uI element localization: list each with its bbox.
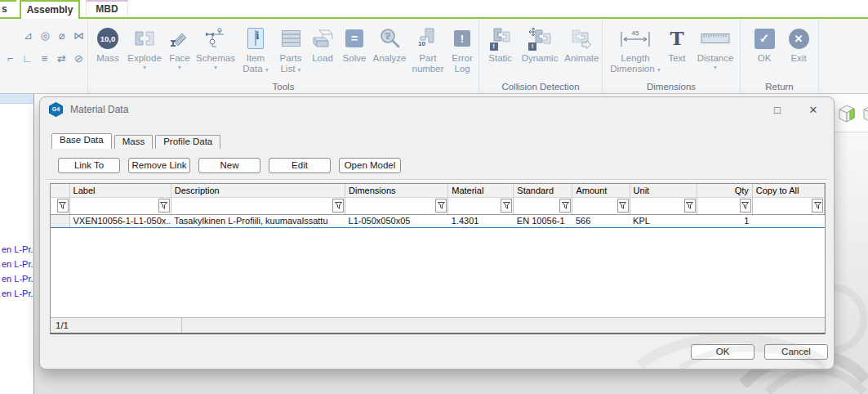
dialog-ok-button[interactable]: OK [691, 344, 754, 360]
filter-cell[interactable] [752, 197, 824, 214]
tree-item[interactable]: en L-Pr. [2, 274, 33, 284]
filter-cell[interactable] [630, 197, 697, 214]
cell-label[interactable]: VXEN10056-1-L1-050x... [69, 214, 171, 227]
col-header-label[interactable]: Label [69, 184, 171, 197]
filter-icon [335, 202, 342, 209]
tab-partial[interactable]: s [0, 0, 16, 17]
cell-unit[interactable]: KPL [630, 214, 697, 227]
quick-constraint-group: ⊿ ◎ ⌀ ⋈ ⌐ ∟ ≡ ⇄ ⊘ [0, 19, 88, 93]
app-window: s Assembly MBD ⊿ ◎ ⌀ ⋈ ⌐ ∟ ≡ ⇄ ⊘ 1 [0, 0, 868, 394]
tab-mbd[interactable]: MBD [86, 0, 128, 17]
edit-button[interactable]: Edit [269, 158, 331, 173]
grid-filter-row [51, 197, 825, 214]
dropdown-icon[interactable]: ▾ [298, 66, 301, 74]
remove-link-button[interactable]: Remove Link [128, 158, 190, 173]
tangent-constraint-icon[interactable]: ⌀ [54, 29, 71, 43]
close-icon[interactable]: ✕ [806, 104, 821, 116]
col-header-amount[interactable]: Amount [572, 184, 630, 197]
grid-empty-area [51, 228, 825, 318]
view-cube-icon[interactable] [837, 103, 857, 124]
dropdown-icon[interactable]: ▾ [214, 64, 217, 73]
tree-item[interactable]: en L-Pr. [2, 259, 33, 269]
col-header-copy-to-all[interactable]: Copy to All [752, 184, 824, 197]
horizontal-constraint-icon[interactable]: ⇄ [53, 51, 70, 66]
tree-item[interactable]: en L-Pr. [2, 244, 33, 254]
open-model-button[interactable]: Open Model [339, 158, 401, 173]
group-label-dimensions: Dimensions [603, 82, 740, 92]
col-header-description[interactable]: Description [171, 184, 345, 197]
grid-row-selected[interactable]: VXEN10056-1-L1-050x... Tasakylkinen L-Pr… [51, 214, 825, 227]
ribbon-group-dimensions: 45 Length Dimension ▾ T Text Distance ▾ … [603, 19, 741, 93]
mass-icon: 10,0 [97, 28, 118, 49]
view-cube-icon-partial[interactable] [861, 103, 868, 124]
dialog-toolbar: Link To Remove Link New Edit Open Model [58, 158, 401, 173]
cell-description[interactable]: Tasakylkinen L-Profiili, kuumavalssattu [171, 214, 345, 227]
dropdown-icon[interactable]: ▾ [143, 64, 146, 73]
maximize-icon[interactable]: □ [770, 104, 785, 116]
dialog-cancel-button[interactable]: Cancel [764, 344, 828, 360]
concentric-constraint-icon[interactable]: ◎ [37, 29, 54, 43]
col-header-dimensions[interactable]: Dimensions [345, 184, 448, 197]
parallel-constraint-icon[interactable]: ≡ [36, 51, 53, 66]
dropdown-icon[interactable]: ▾ [265, 66, 269, 74]
tree-item[interactable]: en L-Pr. [2, 289, 33, 298]
col-header-material[interactable]: Material [448, 184, 514, 197]
tab-assembly[interactable]: Assembly [20, 0, 80, 19]
model-tree-panel: en L-Pr. en L-Pr. en L-Pr. en L-Pr. [0, 94, 34, 394]
cell-material[interactable]: 1.4301 [448, 214, 514, 227]
col-header-standard[interactable]: Standard [514, 184, 572, 197]
row-selector-cell[interactable] [51, 214, 69, 227]
ribbon-group-collision: ! Static ! Dynamic Animate Collision Det… [479, 19, 603, 93]
dialog-titlebar[interactable]: G4 Material Data □ ✕ [40, 97, 834, 122]
col-header-qty[interactable]: Qty [697, 184, 752, 197]
pager-count: 1/1 [56, 320, 69, 330]
perpendicular-constraint-icon[interactable]: ∟ [19, 51, 36, 66]
filter-cell[interactable] [448, 197, 514, 214]
col-header-unit[interactable]: Unit [630, 184, 697, 197]
filter-icon [503, 202, 510, 209]
divider [47, 179, 827, 181]
exit-cross-icon: ✕ [789, 29, 809, 49]
filter-cell[interactable] [69, 197, 171, 214]
cell-amount[interactable]: 566 [572, 214, 630, 227]
filter-icon [814, 202, 821, 209]
dialog-title: Material Data [70, 104, 128, 115]
row-selector-header [51, 184, 69, 197]
tab-mass[interactable]: Mass [114, 135, 153, 149]
dropdown-icon[interactable]: ▾ [657, 66, 661, 74]
cell-dimensions[interactable]: L1-050x050x05 [345, 214, 448, 227]
filter-cell[interactable] [345, 197, 448, 214]
dropdown-icon[interactable]: ▾ [714, 64, 717, 73]
dropdown-icon[interactable]: ▾ [178, 64, 181, 73]
new-button[interactable]: New [198, 158, 260, 173]
solve-icon: = [345, 29, 363, 47]
fix-constraint-icon[interactable]: ⊘ [70, 51, 87, 66]
ribbon-group-return: ✓ OK ✕ Exit Return [741, 19, 819, 93]
filter-icon [160, 202, 167, 209]
tab-base-data[interactable]: Base Data [51, 133, 112, 149]
grid-pager: 1/1 [51, 317, 825, 333]
schemas-icon [204, 28, 227, 49]
tab-profile-data[interactable]: Profile Data [155, 135, 220, 149]
tree-selected-strip [0, 94, 33, 104]
error-log-icon: ! [454, 30, 470, 47]
face-icon [169, 28, 190, 49]
ribbon-filler [819, 19, 868, 93]
cell-qty[interactable]: 1 [697, 214, 752, 227]
filter-cell[interactable] [572, 197, 630, 214]
symmetry-constraint-icon[interactable]: ⋈ [70, 29, 87, 43]
filter-cell[interactable] [697, 197, 752, 214]
filter-icon [59, 202, 66, 209]
link-to-button[interactable]: Link To [58, 158, 120, 173]
filter-cell[interactable] [51, 197, 69, 214]
filter-cell[interactable] [514, 197, 572, 214]
parts-list-icon [282, 30, 300, 47]
cell-copy-to-all[interactable] [752, 214, 824, 227]
cell-standard[interactable]: EN 10056-1 [514, 214, 572, 227]
filter-icon [741, 202, 749, 209]
coincident-constraint-icon[interactable]: ⌐ [2, 51, 19, 66]
filter-cell[interactable] [171, 197, 345, 214]
angle-constraint-icon[interactable]: ⊿ [20, 29, 37, 43]
text-icon: T [670, 28, 683, 49]
material-grid: Label Description Dimensions Material St… [50, 183, 826, 334]
